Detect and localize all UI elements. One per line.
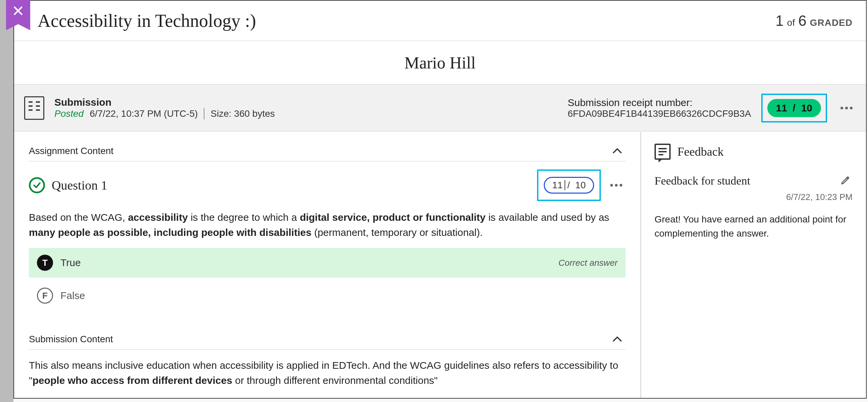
chevron-up-icon [612,148,622,154]
close-icon [12,5,24,17]
submission-content-header: Submission Content [29,334,626,350]
feedback-heading: Feedback [677,145,724,159]
correct-check-icon [29,177,45,193]
chevron-up-icon [612,336,622,343]
submission-label: Submission [54,97,275,108]
question-text-seg: (permanent, temporary or situational). [311,227,483,238]
question-header-row: Question 1 11 / 10 [29,169,626,201]
answer-option-true[interactable]: T True Correct answer [29,248,626,278]
submission-text: This also means inclusive education when… [29,358,626,388]
question-score-input[interactable]: 11 / 10 [544,177,594,194]
total-count: 6 [798,12,806,29]
total-score-total: 10 [801,102,812,114]
collapse-assignment-button[interactable] [609,146,626,156]
submission-content-heading: Submission Content [29,334,113,345]
content-column: Assignment Content Question 1 11 / [14,132,641,398]
more-options-button[interactable] [837,103,856,113]
feedback-sub-heading: Feedback for student [654,175,750,187]
edit-feedback-button[interactable] [838,173,852,189]
feedback-timestamp: 6/7/22, 10:23 PM [654,192,852,202]
total-score-sep: / [793,102,796,114]
meta-divider [204,108,205,120]
question-score-earned: 11 [552,180,563,191]
receipt-label: Submission receipt number: [567,97,751,109]
current-index: 1 [775,12,783,29]
question-text-bold: many people as possible, including peopl… [29,227,311,238]
feedback-icon [654,144,671,160]
question-more-options-button[interactable] [607,181,626,190]
submission-meta-band: Submission Posted 6/7/22, 10:37 PM (UTC-… [14,85,866,131]
student-name: Mario Hill [404,53,476,72]
total-score-highlight: 11 / 10 [761,94,827,122]
assignment-content-heading: Assignment Content [29,146,114,156]
receipt-icon [24,96,44,120]
question-text-seg: is the degree to which a [188,212,300,223]
graded-status-label: GRADED [810,18,852,28]
submission-text-bold: people who access from different devices [33,375,232,386]
assignment-content-header: Assignment Content [29,146,626,161]
question-text-bold: accessibility [128,212,188,223]
correct-answer-tag: Correct answer [559,258,618,268]
question-score-total: 10 [575,180,586,191]
question-score-highlight: 11 / 10 [537,169,601,201]
body-area: Assignment Content Question 1 11 / [14,132,866,398]
feedback-header-row: Feedback [654,144,852,160]
text-caret [564,180,565,190]
feedback-sub-row: Feedback for student [654,173,852,189]
answer-true-label: True [60,257,81,269]
header-bar: Accessibility in Technology :) 1 of 6 GR… [14,1,866,41]
answer-false-label: False [60,290,85,301]
receipt-value: 6FDA09BE4F1B44139EB66326CDCF9B3A [567,109,751,119]
question-text-seg: is available and used by as [486,212,610,223]
background-strip [0,0,13,402]
posted-label: Posted [54,109,84,119]
collapse-submission-button[interactable] [609,334,626,345]
size-label: Size: 360 bytes [211,109,275,119]
submission-meta-text: Submission Posted 6/7/22, 10:37 PM (UTC-… [54,97,275,120]
question-score-sep: / [567,180,570,191]
feedback-column: Feedback Feedback for student 6/7/22, 10… [641,132,866,398]
grading-progress: 1 of 6 GRADED [775,12,852,29]
of-label: of [787,18,795,28]
receipt-column: Submission receipt number: 6FDA09BE4F1B4… [567,97,751,119]
total-score-earned: 11 [776,102,787,114]
submission-text-seg: or through different environmental condi… [232,375,438,386]
grading-panel: Accessibility in Technology :) 1 of 6 GR… [13,0,867,399]
answer-true-badge: T [37,255,53,271]
posted-time: 6/7/22, 10:37 PM (UTC-5) [90,109,198,119]
student-row: Mario Hill [14,41,866,85]
close-button[interactable] [6,0,30,24]
question-text-seg: Based on the WCAG, [29,212,128,223]
feedback-body: Great! You have earned an additional poi… [654,212,852,241]
answer-false-badge: F [37,287,53,304]
pencil-icon [840,175,850,185]
question-text: Based on the WCAG, accessibility is the … [29,210,626,240]
page-title: Accessibility in Technology :) [38,10,256,31]
total-score-pill[interactable]: 11 / 10 [767,99,821,117]
question-title: Question 1 [52,178,107,193]
answer-option-false[interactable]: F False [29,281,626,310]
question-text-bold: digital service, product or functionalit… [300,212,485,223]
